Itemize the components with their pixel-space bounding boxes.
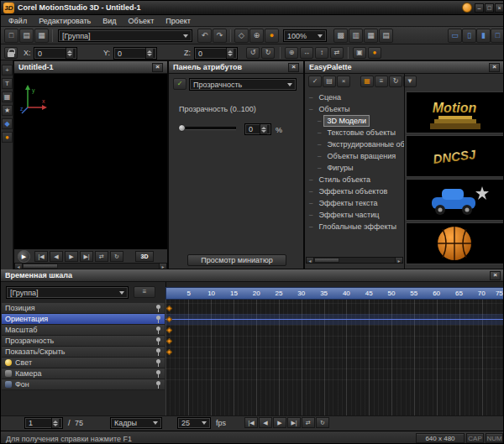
view-wireframe-button[interactable]: ▥ (349, 29, 363, 43)
menu-view[interactable]: Вид (97, 16, 122, 26)
fps-select[interactable]: 25 (177, 417, 211, 429)
tree-item-lathe-objects[interactable]: Объекты вращения (318, 150, 399, 161)
viewport-close-button[interactable]: × (152, 63, 163, 72)
rotate-right-button[interactable]: ↻ (261, 47, 275, 59)
palette-list-view-button[interactable]: ≡ (375, 76, 388, 87)
view-texture-button[interactable]: ▦ (364, 29, 378, 43)
redo-button[interactable]: ↷ (213, 29, 227, 43)
layout-three-view-button[interactable]: ▮ (476, 29, 491, 43)
track-row-transparency[interactable]: Прозрачность (2, 336, 165, 347)
next-frame-button[interactable]: ▶ (65, 251, 78, 262)
x-coordinate-input[interactable]: 0 (34, 47, 77, 60)
transparency-slider-handle[interactable] (178, 124, 186, 132)
horizontal-move-button[interactable]: ↔ (300, 47, 313, 59)
timeline-go-last-button[interactable]: ▶| (287, 417, 301, 428)
scroll-right-icon[interactable]: ▸ (395, 258, 402, 263)
insert-text-tool[interactable]: T (2, 78, 13, 89)
scrollbar-thumb[interactable] (314, 258, 339, 263)
pin-icon[interactable] (155, 381, 161, 389)
timeline-grid[interactable] (165, 300, 504, 415)
track-list-button[interactable]: ≡ (134, 286, 155, 298)
toggle-3d-button[interactable]: 3D (135, 251, 154, 262)
timeline-header[interactable]: Временная шкала × (1, 269, 504, 282)
tree-item-text-objects[interactable]: Текстовые объекты (318, 127, 399, 138)
swap-axes-button[interactable]: ⇄ (330, 47, 344, 59)
attributes-close-button[interactable]: × (288, 63, 299, 72)
render-preview-button[interactable]: ● (265, 29, 279, 43)
insert-object-tool[interactable]: + (2, 65, 13, 76)
timeline-go-first-button[interactable]: |◀ (244, 417, 258, 428)
pin-icon[interactable] (155, 326, 161, 334)
minimize-button[interactable]: – (475, 3, 484, 13)
rotate-left-button[interactable]: ↺ (246, 47, 260, 59)
group-select[interactable]: [Группа] (58, 29, 192, 42)
timeline-ruler[interactable]: 5 10 15 20 25 30 35 40 45 50 55 60 65 70… (165, 287, 504, 300)
save-button[interactable]: ▦ (34, 29, 49, 43)
material-ball-button[interactable]: ● (368, 47, 381, 59)
tree-item-particle-effects[interactable]: Эффекты частиц (309, 209, 382, 220)
lock-axes-button[interactable] (4, 47, 18, 59)
z-coordinate-input[interactable]: 0 (194, 47, 238, 60)
attribute-select[interactable]: Прозрачность (189, 78, 297, 91)
timeline-previous-button[interactable]: ◀ (259, 417, 272, 428)
scrollbar-thumb[interactable] (23, 264, 58, 269)
pin-icon[interactable] (155, 359, 161, 367)
z-coordinate-spinner[interactable] (226, 48, 234, 59)
pin-icon[interactable] (155, 348, 161, 356)
palette-delete-button[interactable]: × (337, 76, 350, 87)
insert-shape-tool[interactable]: ★ (2, 105, 13, 116)
scroll-left-icon[interactable]: ◂ (307, 258, 314, 263)
layout-one-view-button[interactable]: ▭ (448, 29, 462, 43)
y-coordinate-spinner[interactable] (145, 48, 153, 59)
undo-button[interactable]: ↶ (197, 29, 212, 43)
pin-icon[interactable] (155, 337, 161, 345)
go-last-frame-button[interactable]: ▶| (80, 251, 93, 262)
insert-image-tool[interactable]: ▦ (2, 91, 13, 102)
tree-item-object-effects[interactable]: Эффекты объектов (309, 185, 391, 196)
camera-view-button[interactable]: ▣ (353, 47, 366, 59)
corel-hint-icon[interactable] (462, 3, 472, 13)
view-grid-button[interactable]: ▤ (379, 29, 393, 43)
track-row-background[interactable]: Фон (2, 379, 165, 390)
palette-copy-button[interactable]: ▤ (323, 76, 336, 87)
repeat-playback-button[interactable]: ↻ (110, 251, 123, 262)
layout-four-view-button[interactable]: □ (491, 29, 504, 43)
menu-object[interactable]: Объект (123, 16, 160, 26)
track-row-scale[interactable]: Масштаб (2, 325, 165, 336)
current-frame-spinner[interactable] (51, 418, 59, 428)
timeline-loop-button[interactable]: ⇄ (302, 417, 315, 428)
preview-thumbnails-button[interactable]: Просмотр миниатюр (187, 254, 286, 266)
translate-mode-button[interactable]: ⊕ (285, 47, 298, 59)
transparency-value-input[interactable]: 0 (244, 123, 271, 135)
scroll-left-icon[interactable]: ◂ (15, 264, 23, 269)
track-row-show-hide[interactable]: Показать/Скрыть (2, 347, 165, 358)
loop-playback-button[interactable]: ⇄ (95, 251, 108, 262)
transparency-slider-track[interactable] (181, 127, 236, 129)
thumbnail-motion-model[interactable]: Motion (406, 91, 504, 133)
tree-item-scene[interactable]: Сцена (309, 91, 344, 102)
pin-icon[interactable] (155, 305, 161, 312)
vertical-move-button[interactable]: ↕ (315, 47, 328, 59)
timeline-repeat-button[interactable]: ↻ (316, 417, 329, 428)
title-bar[interactable]: 3D Corel MotionStudio 3D - Untitled-1 – … (1, 1, 504, 15)
tree-item-objects[interactable]: Объекты (309, 103, 354, 114)
attributes-header[interactable]: Панель атрибутов × (169, 61, 303, 74)
zoom-select[interactable]: 100% (283, 29, 327, 42)
close-button[interactable]: × (495, 3, 504, 13)
track-row-camera[interactable]: Камера (2, 368, 165, 379)
layout-two-view-button[interactable]: ▯ (462, 29, 476, 43)
current-frame-input[interactable]: 1 (24, 417, 63, 429)
timeline-next-button[interactable]: ▶ (273, 417, 286, 428)
tree-item-object-style[interactable]: Стиль объекта (309, 174, 374, 185)
go-first-frame-button[interactable]: |◀ (34, 251, 48, 262)
scroll-right-icon[interactable]: ▸ (159, 264, 166, 269)
apply-attribute-button[interactable]: ✓ (173, 78, 186, 90)
material-tool[interactable]: ● (2, 132, 13, 143)
menu-file[interactable]: Файл (3, 16, 33, 26)
time-units-select[interactable]: Кадры (110, 417, 162, 429)
viewport-horizontal-scrollbar[interactable]: ◂ ▸ (14, 263, 167, 269)
thumbnail-toy-car-model[interactable] (406, 179, 504, 221)
transparency-spinner[interactable] (260, 124, 267, 134)
tree-item-shapes[interactable]: Фигуры (318, 162, 356, 173)
pin-icon[interactable] (155, 370, 161, 378)
